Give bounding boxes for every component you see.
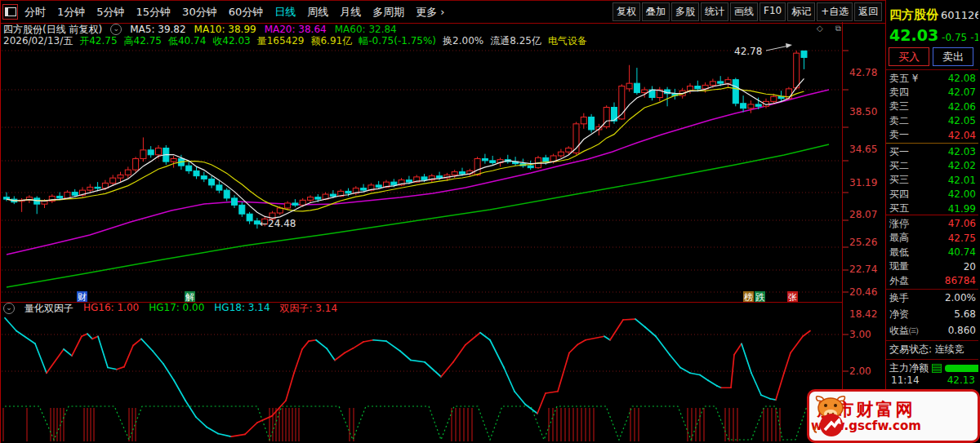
toolbar-button-标记[interactable]: 标记 bbox=[787, 2, 815, 21]
period-tabs: 分时1分钟5分钟15分钟30分钟60分钟日线周线月线多周期更多 › bbox=[24, 5, 457, 20]
quote-row-卖二: 卖二42.05 bbox=[889, 114, 976, 127]
divider bbox=[886, 340, 978, 341]
quote-row-最低: 最低40.74 bbox=[889, 246, 976, 259]
period-tab-周线[interactable]: 周线 bbox=[307, 5, 328, 20]
divider bbox=[886, 69, 978, 70]
price-change: -0.75 bbox=[942, 32, 967, 43]
toolbar-button-统计[interactable]: 统计 bbox=[701, 2, 728, 21]
quote-row-净资: 净资5.68 bbox=[889, 308, 976, 321]
divider bbox=[886, 215, 978, 215]
quote-row-卖四: 卖四42.07 bbox=[889, 86, 976, 99]
period-tab-30分钟[interactable]: 30分钟 bbox=[182, 5, 217, 20]
svg-text:←24.48: ←24.48 bbox=[260, 218, 296, 229]
period-tab-日线[interactable]: 日线 bbox=[274, 5, 296, 20]
site-logo: 股市财富网 www.gscfw.com bbox=[807, 389, 980, 443]
stock-name: 四方股份 bbox=[889, 7, 938, 22]
axis-divider bbox=[842, 22, 843, 443]
event-marker-财[interactable]: 财 bbox=[77, 291, 87, 302]
price-axis-label: 42.78 bbox=[849, 67, 884, 78]
svg-text:跌: 跌 bbox=[755, 292, 765, 303]
divider bbox=[886, 289, 978, 290]
indicator-legend-item: HG18: 3.14 bbox=[214, 302, 270, 316]
sell-button[interactable]: 卖出 bbox=[933, 47, 973, 66]
event-marker-张[interactable]: 张 bbox=[787, 291, 798, 302]
stock-code: 601126 bbox=[941, 9, 978, 21]
main-flow-label: 主力净额 bbox=[889, 361, 929, 375]
layout-icon[interactable] bbox=[2, 4, 18, 20]
period-tab-多周期[interactable]: 多周期 bbox=[372, 5, 404, 20]
svg-text:解: 解 bbox=[185, 292, 194, 303]
period-tab-5分钟[interactable]: 5分钟 bbox=[96, 5, 124, 20]
trade-status: 交易状态: 连续竞 bbox=[889, 343, 964, 357]
toolbar-button-复权[interactable]: 复权 bbox=[612, 2, 640, 21]
indicator-legend-item: HG16: 1.00 bbox=[83, 302, 139, 316]
price-change-pct: -1.7 bbox=[970, 32, 978, 43]
quote-row-外盘: 外盘86784 bbox=[889, 274, 976, 287]
quote-row-收益㈢: 收益㈢0.860 bbox=[889, 324, 976, 337]
period-tab-1分钟[interactable]: 1分钟 bbox=[57, 5, 85, 20]
price-axis-label: 38.50 bbox=[849, 106, 884, 117]
period-tab-月线[interactable]: 月线 bbox=[340, 5, 361, 20]
indicator-name: 量化双因子 bbox=[24, 302, 74, 316]
price-axis-label: 31.19 bbox=[849, 177, 884, 188]
quote-price-row: 42.03-0.75-1.7 bbox=[889, 26, 978, 44]
quote-row-换手: 换手2.00% bbox=[889, 291, 976, 304]
main-flow-row: 主力净额 bbox=[889, 361, 978, 375]
svg-text:42.78: 42.78 bbox=[734, 46, 762, 57]
divider bbox=[886, 359, 978, 360]
main-flow-bar bbox=[945, 365, 978, 372]
quote-row-买四: 买四42.00 bbox=[889, 188, 976, 201]
quote-panel: 四方股份601126 42.03-0.75-1.7 买入 卖出 卖五 ¥42.0… bbox=[886, 0, 978, 443]
svg-text:榜: 榜 bbox=[744, 292, 753, 303]
quote-row-买二: 买二42.02 bbox=[889, 159, 976, 172]
price-axis-label: 28.07 bbox=[849, 209, 884, 220]
quote-row-卖五 ¥: 卖五 ¥42.08 bbox=[889, 72, 976, 85]
indicator-legend: HG16: 1.00HG17: 0.00HG18: 3.14双因子: 3.14 bbox=[83, 302, 337, 316]
quote-row-买一: 买一42.03 bbox=[889, 145, 976, 158]
toolbar-button-画线[interactable]: 画线 bbox=[730, 2, 758, 21]
price-axis-label: 25.26 bbox=[849, 237, 884, 248]
indicator-separator bbox=[0, 302, 842, 303]
divider bbox=[886, 143, 978, 144]
event-marker-跌[interactable]: 跌 bbox=[755, 291, 765, 302]
toolbar-button-返回[interactable]: 返回 bbox=[854, 2, 882, 21]
toolbar-button-+自选[interactable]: +自选 bbox=[817, 2, 853, 21]
bull-icon bbox=[809, 394, 855, 438]
buy-button[interactable]: 买入 bbox=[889, 47, 929, 66]
period-tab-分时[interactable]: 分时 bbox=[24, 5, 46, 20]
toolbar-buttons: 复权叠加多股统计画线F10标记+自选返回 bbox=[612, 2, 882, 21]
event-marker-解[interactable]: 解 bbox=[185, 291, 195, 302]
trading-terminal: { "toolbar": { "periods": ["分时","1分钟","5… bbox=[0, 0, 980, 443]
price-axis-label: 22.74 bbox=[849, 264, 884, 275]
candlestick-series bbox=[4, 51, 808, 228]
indicator-legend-item: 双因子: 3.14 bbox=[280, 302, 338, 316]
list-icon[interactable] bbox=[932, 364, 942, 373]
price-axis-label: 34.65 bbox=[849, 144, 884, 155]
last-price: 42.03 bbox=[889, 26, 938, 44]
quote-row-最高: 最高42.75 bbox=[889, 232, 976, 245]
indicator-header: ⌄ 量化双因子 HG16: 1.00HG17: 0.00HG18: 3.14双因… bbox=[3, 303, 337, 314]
tick-row: 11:1442.13 bbox=[891, 374, 975, 386]
quote-row-卖三: 卖三42.06 bbox=[889, 100, 976, 113]
price-axis-label: 20.46 bbox=[849, 286, 884, 298]
quote-row-现量: 现量20 bbox=[889, 260, 976, 273]
toolbar-button-F10[interactable]: F10 bbox=[760, 2, 786, 21]
indicator-axis-label: 3.00 bbox=[849, 329, 884, 340]
period-tab-15分钟[interactable]: 15分钟 bbox=[136, 5, 172, 20]
quote-row-卖一: 卖一42.04 bbox=[889, 129, 976, 142]
event-marker-榜[interactable]: 榜 bbox=[743, 291, 754, 302]
quote-row-买五: 买五41.99 bbox=[889, 202, 976, 215]
toolbar-button-多股[interactable]: 多股 bbox=[671, 2, 699, 21]
toolbar-button-叠加[interactable]: 叠加 bbox=[642, 2, 670, 21]
quote-row-买三: 买三42.01 bbox=[889, 174, 976, 187]
svg-text:财: 财 bbox=[78, 292, 87, 303]
indicator-chart bbox=[0, 315, 885, 443]
indicator-legend-item: HG17: 0.00 bbox=[149, 302, 204, 316]
period-tab-60分钟[interactable]: 60分钟 bbox=[229, 5, 264, 20]
svg-text:张: 张 bbox=[788, 292, 797, 303]
period-tab-更多 ›[interactable]: 更多 › bbox=[416, 5, 444, 20]
indicator-axis-label: 2.00 bbox=[849, 365, 884, 377]
chevron-down-icon[interactable]: ⌄ bbox=[3, 303, 15, 314]
quote-row-涨停: 涨停47.06 bbox=[889, 217, 976, 230]
candlestick-chart: 42.78←24.48财解榜跌张 bbox=[0, 22, 885, 302]
